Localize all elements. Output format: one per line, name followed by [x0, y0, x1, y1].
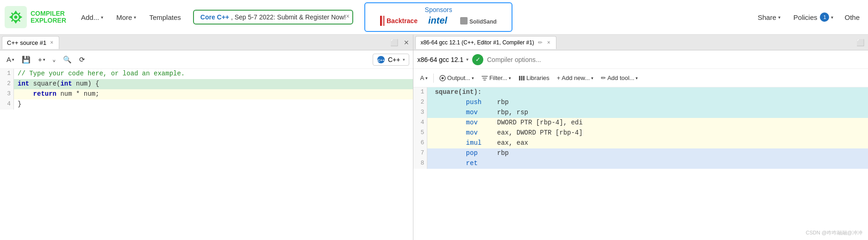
source-tab[interactable]: C++ source #1 ×: [2, 36, 59, 49]
asm-line-5: 5 mov eax, DWORD PTR [rbp-4]: [413, 128, 868, 138]
history-button[interactable]: ⟳: [76, 54, 88, 65]
code-line-1: 1 // Type your code here, or load an exa…: [0, 69, 413, 79]
code-line-2: 2 int square(int num) {: [0, 79, 413, 89]
lang-caret-icon: ▾: [403, 57, 405, 62]
code-line-4: 4 }: [0, 99, 413, 110]
svg-rect-2: [380, 16, 382, 26]
watermark: CSDN @咋咋融融@冲冲: [806, 229, 862, 236]
logo-text: COMPILER EXPLORER: [31, 10, 66, 25]
backtrace-sponsor-logo: Backtrace: [380, 16, 422, 28]
intel-sponsor-logo: intel: [428, 15, 454, 28]
main-area: C++ source #1 × ⬜ ✕ A ▾ 💾 + ▾ ᵥ: [0, 35, 868, 240]
svg-rect-13: [521, 76, 522, 80]
announcement-close-button[interactable]: ×: [346, 12, 350, 20]
solidsands-sponsor-logo: SolidSands: [460, 16, 497, 28]
svg-rect-6: [460, 17, 468, 25]
asm-output-panel: x86-64 gcc 12.1 (C++, Editor #1, Compile…: [413, 35, 868, 240]
sponsors-logos: Backtrace intel SolidSands: [380, 15, 497, 28]
asm-line-4: 4 mov DWORD PTR [rbp-4], edi: [413, 118, 868, 128]
source-tabbar: C++ source #1 × ⬜ ✕: [0, 35, 413, 50]
compiler-options-input[interactable]: [487, 56, 864, 63]
asm-line-7: 7 pop rbp: [413, 148, 868, 159]
cpp-lang-icon: C++: [377, 55, 385, 64]
compiler-selector-row: x86-64 gcc 12.1 ▾ ✓: [413, 50, 868, 69]
share-caret-icon: ▾: [778, 15, 781, 20]
save-button[interactable]: 💾: [19, 54, 33, 65]
veloce-button[interactable]: ᵥ: [50, 54, 58, 65]
asm-tab-label: x86-64 gcc 12.1 (C++, Editor #1, Compile…: [420, 39, 534, 46]
logo-area: COMPILER EXPLORER: [5, 6, 66, 28]
announcement-link[interactable]: Core C++: [200, 13, 231, 21]
asm-line-2: 2 push rbp: [413, 98, 868, 108]
asm-font-caret-icon: ▾: [425, 76, 428, 80]
add-new-caret-icon: ▾: [591, 76, 593, 80]
language-selector[interactable]: C++ C++ ▾: [373, 54, 409, 66]
asm-line-8: 8 ret: [413, 159, 868, 169]
add-button[interactable]: Add... ▾: [75, 11, 109, 24]
policies-caret-icon: ▾: [831, 15, 833, 20]
asm-tab-close[interactable]: ×: [546, 39, 551, 46]
source-maximize-button[interactable]: ⬜: [388, 38, 400, 47]
add-new-source-button[interactable]: + ▾: [35, 54, 48, 65]
asm-tab-edit[interactable]: ✏: [537, 39, 543, 46]
compiler-caret-icon: ▾: [466, 57, 468, 62]
svg-point-1: [14, 16, 18, 19]
asm-tabbar: x86-64 gcc 12.1 (C++, Editor #1, Compile…: [413, 35, 868, 50]
output-caret-icon: ▾: [472, 76, 474, 80]
asm-toolbar-sep-1: [433, 74, 434, 83]
svg-rect-12: [519, 76, 520, 80]
source-panel-close-button[interactable]: ✕: [402, 38, 411, 47]
code-editor[interactable]: 1 // Type your code here, or load an exa…: [0, 69, 413, 240]
asm-tab[interactable]: x86-64 gcc 12.1 (C++, Editor #1, Compile…: [415, 36, 556, 49]
editor-toolbar: A ▾ 💾 + ▾ ᵥ 🔍 ⟳ C++: [0, 50, 413, 69]
asm-add-tool-button[interactable]: ✏ Add tool... ▾: [598, 73, 641, 83]
source-tab-close[interactable]: ×: [49, 39, 54, 46]
filter-caret-icon: ▾: [509, 76, 511, 80]
logo-icon: [5, 6, 27, 28]
search-editor-button[interactable]: 🔍: [60, 54, 75, 65]
asm-add-new-button[interactable]: + Add new... ▾: [554, 73, 596, 83]
asm-line-6: 6 imul eax, eax: [413, 138, 868, 148]
asm-output-button[interactable]: Output... ▾: [437, 73, 477, 83]
output-gear-icon: [439, 75, 446, 81]
libraries-icon: [518, 75, 525, 81]
announcement-box: Core C++ , Sep 5-7 2022: Submit & Regist…: [193, 10, 353, 25]
add-caret-small-icon: ▾: [43, 57, 45, 62]
topnav: COMPILER EXPLORER Add... ▾ More ▾ Templa…: [0, 0, 868, 35]
filter-icon: [481, 75, 488, 81]
add-tool-caret-icon: ▾: [636, 76, 638, 80]
add-caret-icon: ▾: [101, 15, 103, 20]
other-button[interactable]: Othe: [841, 11, 863, 24]
share-button[interactable]: Share ▾: [752, 11, 786, 24]
svg-text:Backtrace: Backtrace: [387, 17, 418, 25]
sponsors-box: Sponsors Backtrace intel SolidSands: [364, 2, 512, 32]
asm-libraries-button[interactable]: Libraries: [516, 73, 552, 83]
cpp-source-tab-label: C++ source #1: [7, 39, 46, 46]
font-caret-icon: ▾: [12, 57, 14, 62]
more-button[interactable]: More ▾: [111, 11, 142, 24]
asm-output: 1 square(int): 2 push rbp 3 mov rbp, rsp…: [413, 87, 868, 240]
sponsors-label: Sponsors: [425, 6, 452, 13]
asm-maximize-button[interactable]: ⬜: [855, 38, 866, 47]
svg-rect-14: [523, 76, 525, 80]
asm-toolbar: A ▾ Output... ▾ Filter... ▾ Libraries + …: [413, 69, 868, 87]
notification-badge: 1: [820, 12, 829, 22]
svg-text:intel: intel: [428, 15, 448, 25]
asm-line-1: 1 square(int):: [413, 87, 868, 98]
compiler-selector[interactable]: x86-64 gcc 12.1 ▾: [417, 56, 468, 63]
asm-tab-actions: ⬜: [853, 38, 866, 47]
code-line-3: 3 return num * num;: [0, 89, 413, 99]
svg-rect-3: [383, 16, 385, 26]
asm-font-size-button[interactable]: A ▾: [417, 73, 431, 83]
svg-point-11: [442, 77, 444, 79]
svg-text:C++: C++: [377, 58, 384, 62]
svg-text:SolidSands: SolidSands: [469, 18, 497, 25]
source-tab-actions: ⬜ ✕: [387, 38, 411, 47]
policies-button[interactable]: Policies 1 ▾: [788, 10, 839, 25]
templates-button[interactable]: Templates: [144, 11, 186, 24]
compiler-ok-indicator: ✓: [472, 54, 483, 65]
font-size-button[interactable]: A ▾: [4, 54, 17, 65]
asm-filter-button[interactable]: Filter... ▾: [479, 73, 514, 83]
source-editor-panel: C++ source #1 × ⬜ ✕ A ▾ 💾 + ▾ ᵥ: [0, 35, 413, 240]
asm-line-3: 3 mov rbp, rsp: [413, 108, 868, 118]
